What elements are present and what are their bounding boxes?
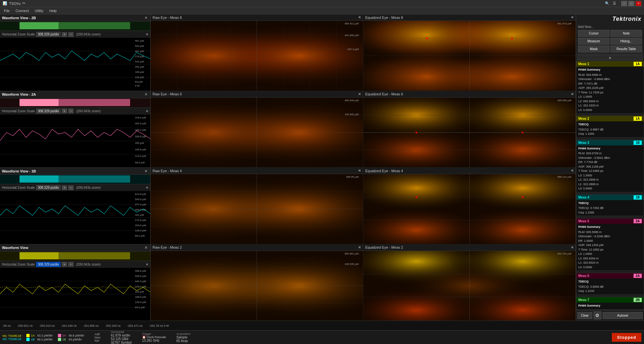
eq-eye-meas8-canvas[interactable]: 541.473 µW bbox=[363, 21, 576, 91]
eq-eye-meas6-close[interactable]: ✕ bbox=[571, 92, 574, 96]
waveform-2b-main[interactable]: 567 µW 504 µW 441 µW 378 µW 315 µW 252 µ… bbox=[0, 38, 150, 91]
waveform-2a-zoom-value[interactable]: 308.329 ps/div bbox=[36, 109, 60, 114]
waveform-1b-overview-svg bbox=[0, 175, 150, 184]
clear-button[interactable]: Clear bbox=[577, 312, 592, 319]
timeline-marker-2: -250.621 ns bbox=[17, 324, 33, 327]
meas-4-type: TDECQ bbox=[578, 201, 642, 206]
waveform-2b-zoom-value[interactable]: 308.329 ps/div bbox=[36, 32, 60, 37]
raw-eye-meas6-canvas[interactable]: 460.044 µW 154.942 µW bbox=[151, 98, 363, 168]
meas-2-type: TDECQ bbox=[578, 122, 642, 127]
meas-4-header[interactable]: Meas 4 1B bbox=[576, 195, 644, 200]
raw-eye-meas4-canvas[interactable]: 489.65 µW bbox=[151, 174, 363, 244]
waveform-main-zoombar: Horizontal Zoom Scale 308.329 ps/div + −… bbox=[0, 261, 150, 268]
eq-eye-meas8-close[interactable]: ✕ bbox=[571, 15, 574, 20]
waveform-2b-zoom-out[interactable]: − bbox=[68, 32, 74, 37]
waveform-2a-close[interactable]: ✕ bbox=[144, 92, 148, 97]
meas-2-header[interactable]: Meas 2 1A bbox=[576, 116, 644, 121]
cursor-button[interactable]: Cursor bbox=[578, 30, 610, 37]
raw-eye-meas8-canvas[interactable]: 584.911 µW 401.892 µW 207.4 µW bbox=[151, 21, 363, 91]
raw-eye-meas4-close[interactable]: ✕ bbox=[358, 169, 361, 173]
meas-5-header[interactable]: Meas 5 2A bbox=[576, 218, 644, 224]
waveform-2a-expand[interactable]: ✕ bbox=[146, 109, 148, 113]
measurements-list[interactable]: Meas 1 1A PAM4 Summary RLM: 934.5996 m O… bbox=[576, 61, 644, 310]
eq-eye-meas4-close[interactable]: ✕ bbox=[571, 169, 574, 173]
waveform-1b-zoom-in[interactable]: + bbox=[62, 186, 67, 190]
measure-button[interactable]: Measure bbox=[578, 38, 610, 45]
raw-eye-meas2-close[interactable]: ✕ bbox=[358, 245, 361, 250]
waveform-main-expand[interactable]: ✕ bbox=[146, 263, 148, 266]
channel-1b-value: 68.2 µW/div bbox=[37, 338, 53, 341]
waveform-main-zoom-in[interactable]: + bbox=[62, 262, 67, 267]
eq-eye-meas4-canvas[interactable]: 588.141 µW bbox=[363, 174, 576, 244]
add-new-ref-label[interactable]: Add bbox=[95, 333, 101, 336]
waveform-main-zoom-value[interactable]: 308.329 ps/div bbox=[36, 262, 60, 267]
waveform-2b-zoom-in[interactable]: + bbox=[62, 32, 67, 37]
meas-7-header[interactable]: Meas 7 2B bbox=[576, 297, 644, 303]
waveform-1b-main[interactable]: 613.8 µW 545.6 µW 477.4 µW 409.2 µW 341 … bbox=[0, 191, 150, 244]
waveform-view-2a: Waveform View - 2A ✕ Horizontal Zoom Sca… bbox=[0, 91, 150, 168]
meas-1-header[interactable]: Meas 1 1A bbox=[576, 61, 644, 67]
svg-text:316 µW: 316 µW bbox=[135, 290, 144, 293]
meas-item-4: Meas 4 1B TDECQ TDECQ: 3.7202 dB Ceq: 1.… bbox=[576, 194, 644, 216]
waveform-1b-expand[interactable]: ✕ bbox=[146, 186, 148, 189]
raw-eye-meas6-close[interactable]: ✕ bbox=[358, 92, 361, 96]
waveform-2a-zoom-out[interactable]: − bbox=[68, 109, 74, 113]
raw-eye-meas8-close[interactable]: ✕ bbox=[358, 15, 361, 20]
waveform-1b-zoom-out[interactable]: − bbox=[68, 186, 74, 190]
channel-1a-dot bbox=[26, 334, 30, 337]
waveform-2b-expand[interactable]: ✕ bbox=[146, 33, 148, 36]
menu-help[interactable]: Help bbox=[47, 8, 60, 13]
waveform-2a-zoom-info: (200.043x zoom) bbox=[76, 109, 101, 113]
stopped-button[interactable]: Stopped bbox=[612, 333, 641, 342]
raw-eye-meas8-svg: 584.911 µW 401.892 µW 207.4 µW bbox=[151, 21, 363, 91]
channel-2b-label: 2B bbox=[62, 338, 66, 341]
menu-connect[interactable]: Connect bbox=[13, 8, 32, 13]
meas-item-1: Meas 1 1A PAM4 Summary RLM: 934.5996 m O… bbox=[576, 61, 644, 114]
svg-rect-50 bbox=[20, 252, 59, 259]
waveform-main-zoom-out[interactable]: − bbox=[68, 262, 74, 267]
maximize-button[interactable]: □ bbox=[628, 1, 634, 6]
waveform-1b-zoom-value[interactable]: 308.329 ps/div bbox=[36, 185, 60, 190]
svg-text:136.4 µW: 136.4 µW bbox=[135, 229, 146, 232]
mask-button[interactable]: Mask bbox=[578, 46, 610, 52]
svg-text:568.8 µW: 568.8 µW bbox=[135, 269, 146, 272]
waveform-2b-close[interactable]: ✕ bbox=[144, 16, 148, 20]
raw-eye-meas2-canvas[interactable]: 692.881 µW 439.535 µW bbox=[151, 251, 363, 321]
trigger-freq: 13.281 GHz bbox=[142, 339, 166, 342]
raw-eye-meas4-svg: 489.65 µW bbox=[151, 174, 363, 244]
waveform-2a-zoom-in[interactable]: + bbox=[62, 109, 67, 113]
menu-icon[interactable]: ☰ bbox=[613, 1, 616, 6]
collapse-button[interactable]: ▲ bbox=[577, 55, 643, 60]
meas-3-label: Meas 3 bbox=[578, 141, 589, 144]
meas-3-header[interactable]: Meas 3 1B bbox=[576, 140, 644, 145]
meas-3-ttime: T Time: 12.0465 ps bbox=[578, 169, 642, 173]
waveform-main-area[interactable]: 568.8 µW 505.6 µW 442.4 µW 379.2 µW 316 … bbox=[0, 268, 150, 321]
waveform-main-zoom-info: (200.043x zoom) bbox=[76, 263, 101, 266]
meas-3-l1: L1: 322.2808 m bbox=[578, 182, 642, 187]
results-table-button[interactable]: Results Table bbox=[610, 46, 642, 52]
autoset-button[interactable]: Autoset bbox=[603, 312, 643, 319]
waveform-1b-close[interactable]: ✕ bbox=[144, 169, 148, 173]
waveform-main-close[interactable]: ✕ bbox=[144, 245, 148, 250]
meas-1-l0: L0: 0.0000 bbox=[578, 108, 642, 113]
add-new-ref-sub2[interactable]: Ref bbox=[95, 339, 101, 342]
acquisition-section: Acquisition Sample 65 Acqs bbox=[176, 332, 191, 343]
eq-eye-meas2-canvas[interactable]: 532.791 µW bbox=[363, 251, 576, 321]
search-icon[interactable]: 🔍 bbox=[605, 1, 610, 6]
acquisition-label: Acquisition bbox=[176, 332, 191, 336]
svg-rect-19 bbox=[20, 99, 59, 106]
meas-item-6: Meas 6 2A TDECQ TDECQ: 3.8550 dB Ceq: 1.… bbox=[576, 273, 644, 295]
histog-button[interactable]: Histog... bbox=[610, 38, 642, 45]
waveform-2a-main[interactable]: 109.4 µW 452.5 µW 396.2 µW 339.6 µW 283 … bbox=[0, 115, 150, 168]
note-button[interactable]: Note bbox=[610, 30, 642, 37]
minimize-button[interactable]: − bbox=[621, 1, 627, 6]
eq-eye-meas6-canvas[interactable]: 495.855 µW bbox=[363, 98, 576, 168]
close-button[interactable]: ✕ bbox=[636, 1, 641, 6]
add-new-ref-sub[interactable]: New bbox=[95, 336, 101, 339]
settings-button[interactable]: ⚙ bbox=[594, 311, 601, 319]
meas-5-l1: L1: 322.8024 m bbox=[578, 261, 642, 265]
menu-utility[interactable]: Utility bbox=[32, 8, 46, 13]
menu-file[interactable]: File bbox=[1, 8, 12, 13]
eq-eye-meas2-close[interactable]: ✕ bbox=[571, 245, 574, 250]
meas-6-header[interactable]: Meas 6 2A bbox=[576, 273, 644, 279]
